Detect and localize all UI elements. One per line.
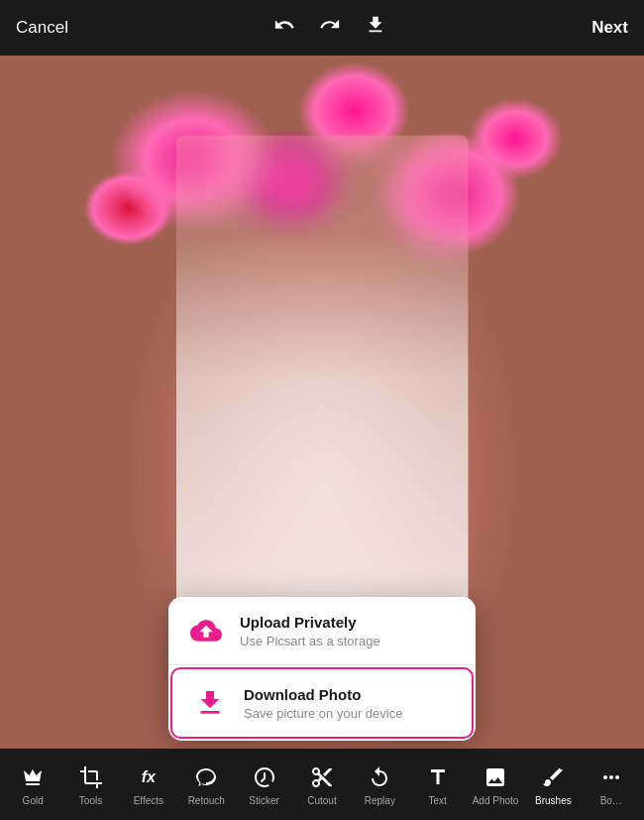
upload-text-block: Upload Privately Use Picsart as a storag… <box>240 614 380 648</box>
tool-add-photo-label: Add Photo <box>473 795 519 806</box>
text-icon <box>424 763 452 791</box>
upload-subtitle: Use Picsart as a storage <box>240 634 380 648</box>
tool-gold-label: Gold <box>23 795 44 806</box>
download-photo-option[interactable]: Download Photo Save picture on your devi… <box>170 667 474 739</box>
download-icon <box>192 685 228 721</box>
tool-tools-label: Tools <box>79 795 102 806</box>
tool-retouch[interactable]: Retouch <box>180 763 232 806</box>
tool-sticker-label: Sticker <box>249 795 279 806</box>
tool-more-label: Bo… <box>600 795 622 806</box>
menu-divider <box>168 664 476 665</box>
cutout-icon <box>308 763 336 791</box>
top-bar: Cancel Next <box>0 0 644 56</box>
add-photo-icon <box>482 763 509 791</box>
bottom-sheet: Upload Privately Use Picsart as a storag… <box>168 597 476 741</box>
replay-icon <box>366 763 393 791</box>
tool-brushes[interactable]: Brushes <box>527 763 579 806</box>
next-button[interactable]: Next <box>591 18 628 38</box>
canvas-overlay <box>176 135 469 621</box>
tool-cutout[interactable]: Cutout <box>296 763 348 806</box>
tool-text-label: Text <box>429 795 447 806</box>
retouch-icon <box>192 763 220 791</box>
more-icon <box>597 763 625 791</box>
sticker-icon <box>251 763 278 791</box>
tool-text[interactable]: Text <box>412 763 464 806</box>
tool-retouch-label: Retouch <box>188 795 225 806</box>
bottom-toolbar: Gold Tools fx Effects Retouch Sticker Cu… <box>0 749 644 820</box>
download-title: Download Photo <box>244 686 402 703</box>
upload-privately-option[interactable]: Upload Privately Use Picsart as a storag… <box>168 597 476 664</box>
fx-icon: fx <box>135 763 162 791</box>
upload-icon <box>188 613 224 648</box>
cancel-button[interactable]: Cancel <box>16 18 68 38</box>
crown-icon <box>19 763 47 791</box>
upload-title: Upload Privately <box>240 614 380 631</box>
undo-button[interactable] <box>273 14 295 42</box>
crop-icon <box>77 763 105 791</box>
tool-sticker[interactable]: Sticker <box>239 763 290 806</box>
tool-brushes-label: Brushes <box>535 795 572 806</box>
tool-cutout-label: Cutout <box>307 795 336 806</box>
tool-add-photo[interactable]: Add Photo <box>470 763 521 806</box>
download-subtitle: Save picture on your device <box>244 706 402 721</box>
download-text-block: Download Photo Save picture on your devi… <box>244 686 402 721</box>
tool-effects[interactable]: fx Effects <box>123 763 174 806</box>
tool-gold[interactable]: Gold <box>7 763 58 806</box>
redo-button[interactable] <box>319 14 341 42</box>
download-header-button[interactable] <box>365 14 386 42</box>
tool-tools[interactable]: Tools <box>65 763 117 806</box>
tool-replay-label: Replay <box>365 795 395 806</box>
tool-more[interactable]: Bo… <box>586 763 637 806</box>
tool-effects-label: Effects <box>134 795 163 806</box>
tool-replay[interactable]: Replay <box>354 763 405 806</box>
top-bar-center <box>273 14 386 42</box>
brushes-icon <box>539 763 567 791</box>
